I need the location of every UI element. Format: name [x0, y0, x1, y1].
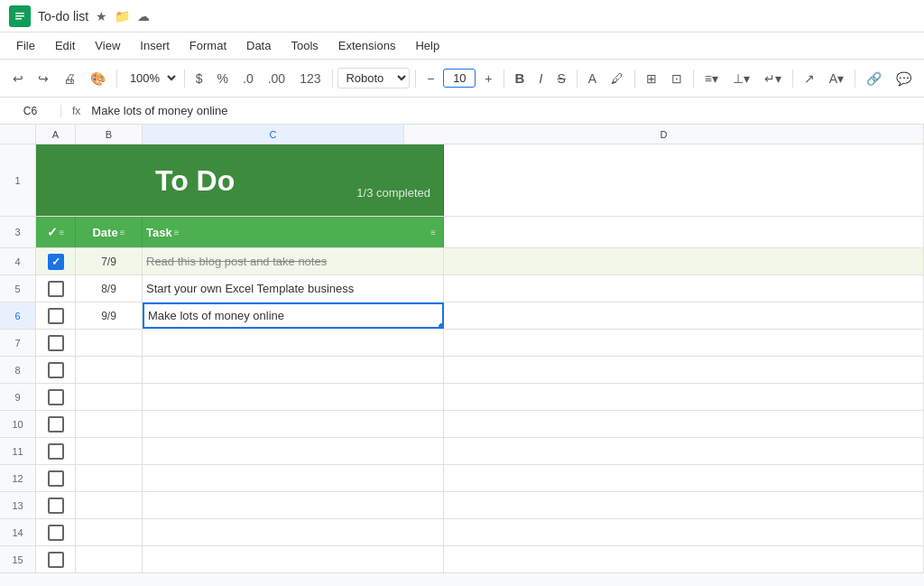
- save-icon[interactable]: 📁: [115, 9, 130, 23]
- menu-file[interactable]: File: [7, 35, 44, 56]
- merge-cells-button[interactable]: ⊡: [666, 68, 688, 89]
- cell-b12[interactable]: [76, 465, 143, 491]
- cell-a4[interactable]: ✓: [36, 248, 76, 274]
- menu-edit[interactable]: Edit: [46, 35, 84, 56]
- checkbox-5[interactable]: [48, 281, 64, 297]
- cell-a12[interactable]: [36, 465, 76, 491]
- cell-d4[interactable]: [444, 248, 924, 274]
- valign-button[interactable]: ⊥▾: [727, 68, 755, 89]
- formula-content[interactable]: Make lots of money online: [91, 104, 917, 117]
- cell-b5[interactable]: 8/9: [76, 275, 143, 302]
- checkbox-9[interactable]: [48, 389, 64, 405]
- bold-button[interactable]: B: [509, 67, 530, 89]
- highlight-color-button[interactable]: 🖊: [605, 68, 629, 89]
- cell-b8[interactable]: [76, 357, 143, 383]
- menu-insert[interactable]: Insert: [131, 35, 179, 56]
- font-select[interactable]: Roboto: [337, 68, 410, 88]
- cell-b14[interactable]: [76, 519, 143, 545]
- menu-data[interactable]: Data: [237, 35, 280, 56]
- text-color-button[interactable]: A: [583, 68, 602, 89]
- zoom-select[interactable]: 100%: [123, 69, 179, 88]
- cloud-icon[interactable]: ☁: [137, 9, 150, 23]
- cell-d8[interactable]: [444, 357, 924, 383]
- col-header-c[interactable]: C: [143, 125, 404, 144]
- cell-b10[interactable]: [76, 411, 143, 437]
- font-size-minus-button[interactable]: −: [421, 68, 439, 89]
- checkbox-7[interactable]: [48, 335, 64, 351]
- cell-d1[interactable]: [444, 144, 924, 216]
- cell-c4[interactable]: Read this blog post and take notes: [143, 248, 444, 274]
- cell-b1[interactable]: [76, 144, 143, 216]
- cell-b4[interactable]: 7/9: [76, 248, 143, 274]
- cell-reference-input[interactable]: C6: [7, 105, 61, 117]
- link-button[interactable]: 🔗: [861, 68, 887, 89]
- cell-a15[interactable]: [36, 546, 76, 572]
- date-filter-icon[interactable]: ≡: [120, 228, 125, 237]
- cell-b6[interactable]: 9/9: [76, 302, 143, 329]
- redo-button[interactable]: ↪: [32, 68, 54, 89]
- cell-c13[interactable]: [143, 492, 444, 518]
- text-direction-button[interactable]: A▾: [824, 68, 849, 89]
- cell-c6[interactable]: Make lots of money online: [143, 302, 444, 329]
- checkbox-13[interactable]: [48, 498, 64, 514]
- checkbox-12[interactable]: [48, 470, 64, 487]
- checkbox-14[interactable]: [48, 525, 64, 541]
- cell-b15[interactable]: [76, 546, 143, 572]
- rotate-button[interactable]: ↗: [799, 68, 820, 89]
- cell-c15[interactable]: [143, 546, 444, 572]
- cell-a1[interactable]: [36, 144, 76, 216]
- cell-d9[interactable]: [444, 384, 924, 410]
- col-header-d[interactable]: D: [404, 125, 924, 144]
- checkbox-6[interactable]: [48, 308, 64, 324]
- cell-c10[interactable]: [143, 411, 444, 437]
- borders-button[interactable]: ⊞: [641, 68, 662, 89]
- menu-tools[interactable]: Tools: [282, 35, 327, 56]
- cell-c5[interactable]: Start your own Excel Template business: [143, 275, 444, 302]
- cell-a5[interactable]: [36, 275, 76, 302]
- checkbox-11[interactable]: [48, 443, 64, 460]
- check-filter-icon[interactable]: ≡: [60, 228, 65, 237]
- checkbox-15[interactable]: [48, 552, 64, 568]
- format123-button[interactable]: 123: [294, 68, 326, 89]
- paint-format-button[interactable]: 🎨: [85, 68, 111, 89]
- cell-handle[interactable]: [439, 323, 444, 329]
- cell-d12[interactable]: [444, 465, 924, 491]
- cell-c14[interactable]: [143, 519, 444, 545]
- cell-a9[interactable]: [36, 384, 76, 410]
- font-size-input[interactable]: [443, 69, 476, 88]
- strikethrough-button[interactable]: S: [551, 68, 570, 89]
- star-icon[interactable]: ★: [96, 9, 107, 23]
- font-size-plus-button[interactable]: +: [479, 68, 497, 89]
- cell-b11[interactable]: [76, 438, 143, 464]
- cell-c8[interactable]: [143, 357, 444, 383]
- cell-a14[interactable]: [36, 519, 76, 545]
- cell-a7[interactable]: [36, 330, 76, 356]
- cell-b13[interactable]: [76, 492, 143, 518]
- cell-c1[interactable]: To Do 1/3 completed: [143, 144, 444, 216]
- cell-d11[interactable]: [444, 438, 924, 464]
- cell-b3[interactable]: Date ≡: [76, 217, 143, 247]
- cell-d3[interactable]: [444, 217, 924, 247]
- checkbox-4[interactable]: ✓: [48, 254, 64, 270]
- menu-format[interactable]: Format: [180, 35, 236, 56]
- cell-c7[interactable]: [143, 330, 444, 356]
- currency-button[interactable]: $: [190, 68, 208, 89]
- end-filter-icon[interactable]: ≡: [430, 228, 436, 237]
- cell-b7[interactable]: [76, 330, 143, 356]
- checkbox-8[interactable]: [48, 362, 64, 378]
- cell-a8[interactable]: [36, 357, 76, 383]
- cell-a6[interactable]: [36, 302, 76, 329]
- cell-d10[interactable]: [444, 411, 924, 437]
- cell-a3[interactable]: ✓ ≡: [36, 217, 76, 247]
- menu-view[interactable]: View: [86, 35, 129, 56]
- cell-c9[interactable]: [143, 384, 444, 410]
- cell-d7[interactable]: [444, 330, 924, 356]
- cell-b9[interactable]: [76, 384, 143, 410]
- col-header-b[interactable]: B: [76, 125, 143, 144]
- cell-d6[interactable]: [444, 302, 924, 329]
- cell-d14[interactable]: [444, 519, 924, 545]
- cell-c11[interactable]: [143, 438, 444, 464]
- wrap-button[interactable]: ↵▾: [759, 68, 787, 89]
- checkbox-10[interactable]: [48, 416, 64, 433]
- menu-help[interactable]: Help: [406, 35, 448, 56]
